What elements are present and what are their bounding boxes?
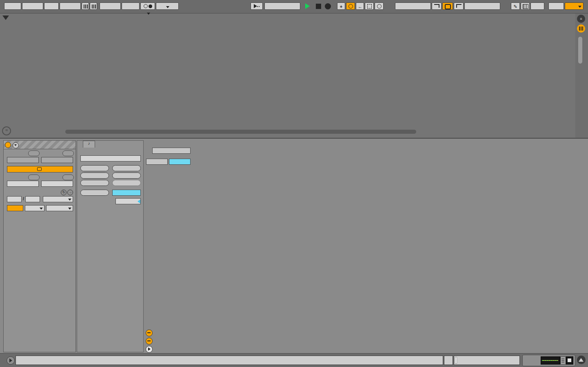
end-field[interactable] — [41, 157, 73, 163]
start-set-button[interactable] — [28, 150, 40, 156]
device-display-icon — [541, 356, 560, 365]
collapse-arrow-icon[interactable] — [2, 15, 9, 20]
automation-arm-button[interactable] — [346, 2, 355, 10]
notes-tab[interactable]: ♪ — [83, 141, 95, 148]
computer-midi-keyboard-button[interactable] — [521, 2, 530, 10]
halve-time-button[interactable] — [80, 165, 109, 171]
loop-button[interactable] — [442, 2, 453, 10]
groove-commit-icon[interactable]: → — [67, 190, 73, 195]
quantize-menu[interactable] — [156, 2, 179, 10]
draw-mode-button[interactable]: ✎ — [511, 2, 520, 10]
double-time-button[interactable] — [112, 165, 141, 171]
signature-numerator-field[interactable] — [7, 196, 22, 202]
play-button[interactable] — [305, 3, 310, 9]
capture-midi-button[interactable] — [365, 2, 374, 10]
position-set-button[interactable] — [28, 175, 40, 180]
scale-root-select[interactable] — [25, 205, 44, 211]
punch-out-button[interactable] — [454, 2, 464, 10]
randomize-amount-field[interactable] — [112, 190, 141, 196]
groove-hotswap-icon[interactable]: ↻ — [61, 190, 67, 195]
clip-collapse-chevron-icon[interactable] — [13, 142, 19, 148]
status-play-icon[interactable] — [7, 356, 15, 365]
link-button[interactable] — [4, 2, 21, 10]
time-signature-field[interactable] — [100, 2, 121, 10]
nudge-up-icon[interactable] — [90, 2, 97, 10]
loop-start-field[interactable] — [395, 2, 431, 10]
device-screen-icon — [566, 356, 573, 365]
mixer-toggle-icon[interactable] — [577, 24, 585, 33]
ableton-live-window: + ← ✎ ≈ ≡ — [0, 0, 588, 367]
groove-amount-field[interactable] — [122, 2, 140, 10]
position-field[interactable] — [7, 181, 39, 187]
nudge-down-icon[interactable] — [82, 2, 89, 10]
start-field[interactable] — [7, 157, 39, 163]
clip-panel-header — [4, 141, 75, 149]
status-bar — [0, 353, 588, 367]
zoom-scroll-field[interactable] — [444, 356, 453, 365]
invert-button[interactable] — [112, 172, 141, 179]
fold-button[interactable] — [146, 159, 168, 165]
metronome-button[interactable] — [140, 2, 155, 10]
scale-name-select[interactable] — [46, 205, 73, 211]
tap-tempo-button[interactable] — [44, 2, 59, 10]
cpu-meter[interactable] — [565, 2, 584, 10]
show-hide-panel-button[interactable] — [577, 356, 586, 364]
session-record-button[interactable] — [375, 2, 384, 10]
arrangement-position-field[interactable] — [264, 2, 300, 10]
selected-device-chip[interactable] — [522, 355, 575, 366]
notes-tool-panel: ♪ — [77, 140, 144, 352]
session-horizontal-scrollbar[interactable] — [65, 130, 416, 134]
editor-scrollbar[interactable] — [454, 356, 520, 365]
legato-button[interactable] — [80, 180, 109, 186]
reverse-button[interactable] — [80, 172, 109, 179]
clip-editor: ↻ → / ♪ — [0, 138, 588, 354]
status-message — [16, 356, 443, 365]
clip-active-toggle[interactable] — [5, 142, 11, 148]
length-field[interactable] — [41, 181, 73, 187]
midi-map-button[interactable] — [548, 2, 564, 10]
focus-button[interactable] — [152, 148, 191, 154]
loop-length-field[interactable] — [464, 2, 500, 10]
key-map-button[interactable] — [530, 2, 544, 10]
new-button[interactable]: + — [337, 2, 345, 10]
add-lane-button[interactable] — [146, 346, 153, 353]
loop-toggle[interactable] — [7, 166, 73, 172]
note-range-field[interactable] — [80, 155, 141, 161]
clip-panel: ↻ → / — [3, 140, 76, 352]
toolbar: + ← ✎ — [0, 0, 588, 13]
end-set-button[interactable] — [62, 150, 74, 156]
randomize-button[interactable] — [80, 190, 109, 196]
scale-toggle[interactable] — [7, 205, 23, 211]
velocity-lane-toggle[interactable] — [146, 329, 153, 336]
punch-in-button[interactable] — [432, 2, 442, 10]
length-set-button[interactable] — [62, 175, 74, 180]
tempo-field[interactable] — [60, 2, 81, 10]
re-enable-automation-button[interactable]: ← — [356, 2, 364, 10]
groove-pool-icon[interactable]: ≈ — [2, 126, 11, 135]
probability-lane-toggle[interactable] — [146, 338, 153, 345]
signature-denominator-field[interactable] — [25, 196, 40, 202]
stop-button[interactable] — [316, 4, 321, 9]
follow-playback-button[interactable] — [251, 2, 263, 10]
scale-highlight-button[interactable] — [169, 159, 191, 165]
record-button[interactable] — [325, 3, 331, 9]
device-mini-icon — [560, 356, 566, 365]
groove-select[interactable] — [43, 196, 73, 202]
velocity-range-field[interactable] — [115, 198, 141, 204]
session-vertical-scrollbar[interactable] — [578, 37, 582, 64]
hamburger-menu-icon[interactable]: ≡ — [577, 15, 585, 23]
follow-button[interactable] — [22, 2, 43, 10]
duplicate-button[interactable] — [112, 180, 141, 186]
